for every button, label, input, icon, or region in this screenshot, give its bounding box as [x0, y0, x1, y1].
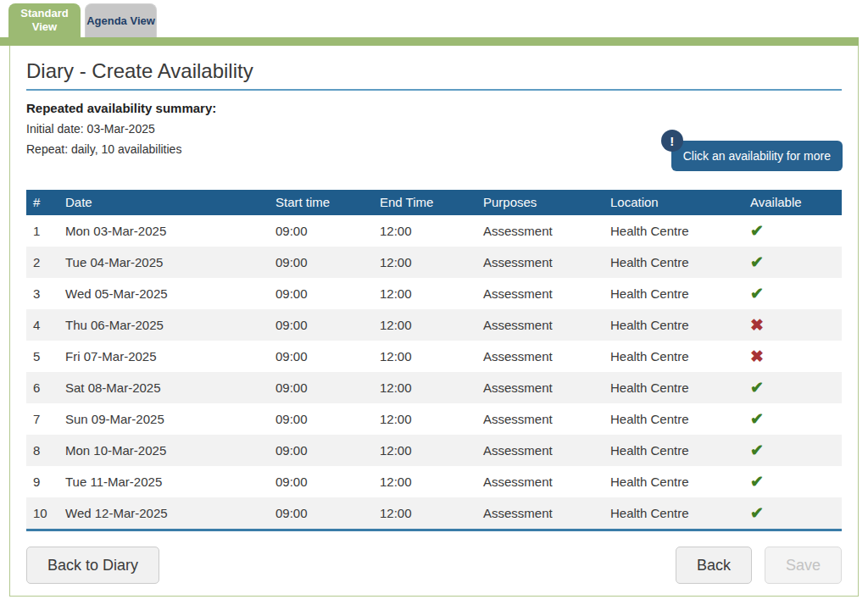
row-purpose: Assessment [476, 403, 604, 435]
table-row[interactable]: 2 Tue 04-Mar-2025 09:00 12:00 Assessment… [26, 247, 842, 278]
table-row[interactable]: 5 Fri 07-Mar-2025 09:00 12:00 Assessment… [26, 341, 842, 372]
row-date: Mon 10-Mar-2025 [58, 435, 269, 466]
row-end-time: 12:00 [373, 309, 476, 341]
row-start-time: 09:00 [269, 215, 373, 247]
row-date: Fri 07-Mar-2025 [58, 341, 269, 372]
row-end-time: 12:00 [373, 435, 476, 466]
row-start-time: 09:00 [269, 372, 373, 403]
content-panel: Diary - Create Availability Repeated ava… [9, 46, 859, 597]
check-icon: ✔ [750, 379, 764, 397]
tab-standard-view[interactable]: Standard View [8, 3, 81, 37]
col-header-location: Location [604, 190, 743, 215]
check-icon: ✔ [750, 253, 764, 271]
row-purpose: Assessment [476, 278, 604, 309]
row-location: Health Centre [604, 435, 743, 466]
row-end-time: 12:00 [373, 403, 476, 435]
table-row[interactable]: 3 Wed 05-Mar-2025 09:00 12:00 Assessment… [26, 278, 842, 309]
table-row[interactable]: 9 Tue 11-Mar-2025 09:00 12:00 Assessment… [26, 466, 842, 497]
row-date: Thu 06-Mar-2025 [58, 309, 269, 341]
row-number: 6 [26, 372, 58, 403]
row-purpose: Assessment [476, 372, 604, 403]
row-purpose: Assessment [476, 435, 604, 466]
row-location: Health Centre [604, 215, 743, 247]
row-available: ✔ [743, 403, 842, 435]
check-icon: ✔ [750, 285, 764, 302]
table-header-row: # Date Start time End Time Purposes Loca… [26, 190, 842, 215]
row-purpose: Assessment [476, 309, 604, 341]
row-end-time: 12:00 [373, 466, 476, 497]
row-number: 8 [26, 435, 58, 466]
row-location: Health Centre [604, 247, 743, 278]
row-location: Health Centre [604, 341, 743, 372]
row-start-time: 09:00 [269, 435, 373, 466]
save-button[interactable]: Save [765, 547, 842, 584]
row-purpose: Assessment [476, 247, 604, 278]
row-start-time: 09:00 [269, 497, 373, 529]
row-available: ✔ [743, 215, 842, 247]
table-row[interactable]: 4 Thu 06-Mar-2025 09:00 12:00 Assessment… [26, 309, 842, 341]
table-body: 1 Mon 03-Mar-2025 09:00 12:00 Assessment… [26, 215, 842, 529]
row-location: Health Centre [604, 372, 743, 403]
row-location: Health Centre [604, 403, 743, 435]
row-end-time: 12:00 [373, 278, 476, 309]
row-available: ✔ [743, 372, 842, 403]
tab-bar: Standard View Agenda View [8, 3, 157, 37]
row-date: Sun 09-Mar-2025 [58, 403, 269, 435]
table-row[interactable]: 1 Mon 03-Mar-2025 09:00 12:00 Assessment… [26, 215, 842, 247]
row-available: ✔ [743, 497, 842, 529]
table-row[interactable]: 10 Wed 12-Mar-2025 09:00 12:00 Assessmen… [26, 497, 842, 529]
table-row[interactable]: 7 Sun 09-Mar-2025 09:00 12:00 Assessment… [26, 403, 842, 435]
row-date: Tue 04-Mar-2025 [58, 247, 269, 278]
table-row[interactable]: 8 Mon 10-Mar-2025 09:00 12:00 Assessment… [26, 435, 842, 466]
row-date: Wed 12-Mar-2025 [58, 497, 269, 529]
page-title: Diary - Create Availability [26, 59, 842, 91]
col-header-start-time: Start time [269, 190, 373, 215]
row-number: 5 [26, 341, 58, 372]
row-purpose: Assessment [476, 215, 604, 247]
row-available: ✔ [743, 278, 842, 309]
row-date: Wed 05-Mar-2025 [58, 278, 269, 309]
row-location: Health Centre [604, 309, 743, 341]
row-end-time: 12:00 [373, 372, 476, 403]
back-to-diary-button[interactable]: Back to Diary [26, 547, 159, 584]
row-start-time: 09:00 [269, 247, 373, 278]
check-icon: ✔ [750, 441, 764, 459]
check-icon: ✔ [750, 473, 764, 491]
row-end-time: 12:00 [373, 341, 476, 372]
row-number: 1 [26, 215, 58, 247]
row-location: Health Centre [604, 466, 743, 497]
page: Standard View Agenda View Diary - Create… [0, 0, 868, 605]
tooltip-text: Click an availability for more [683, 149, 831, 163]
row-end-time: 12:00 [373, 215, 476, 247]
summary-initial-date: Initial date: 03-Mar-2025 [26, 122, 842, 136]
summary-heading: Repeated availability summary: [26, 101, 842, 115]
col-header-available: Available [743, 190, 842, 215]
row-available: ✔ [743, 466, 842, 497]
back-button[interactable]: Back [676, 547, 752, 584]
cross-icon: ✖ [750, 316, 764, 334]
availability-table: # Date Start time End Time Purposes Loca… [26, 190, 842, 531]
row-number: 10 [26, 497, 58, 529]
tab-agenda-view[interactable]: Agenda View [85, 3, 157, 37]
row-number: 2 [26, 247, 58, 278]
row-end-time: 12:00 [373, 247, 476, 278]
row-location: Health Centre [604, 278, 743, 309]
row-number: 7 [26, 403, 58, 435]
row-number: 9 [26, 466, 58, 497]
availability-tooltip: ! Click an availability for more [671, 141, 843, 171]
row-date: Mon 03-Mar-2025 [58, 215, 269, 247]
table-row[interactable]: 6 Sat 08-Mar-2025 09:00 12:00 Assessment… [26, 372, 842, 403]
row-start-time: 09:00 [269, 309, 373, 341]
footer-right-actions: Back Save [676, 547, 842, 584]
col-header-end-time: End Time [373, 190, 476, 215]
col-header-num: # [26, 190, 58, 215]
col-header-date: Date [58, 190, 269, 215]
exclamation-icon: ! [661, 130, 683, 152]
col-header-purposes: Purposes [476, 190, 604, 215]
row-available: ✖ [743, 309, 842, 341]
row-date: Tue 11-Mar-2025 [58, 466, 269, 497]
check-icon: ✔ [750, 504, 764, 522]
row-start-time: 09:00 [269, 278, 373, 309]
cross-icon: ✖ [750, 347, 764, 365]
check-icon: ✔ [750, 410, 764, 428]
